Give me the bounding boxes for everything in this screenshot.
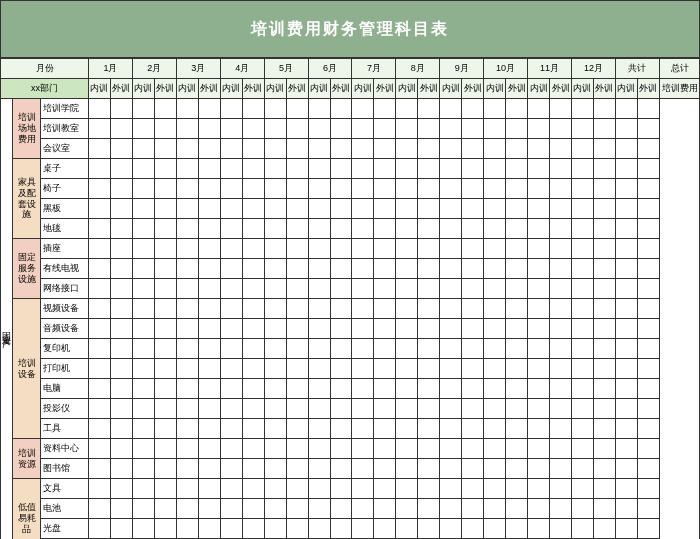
data-cell[interactable] <box>330 99 352 119</box>
data-cell[interactable] <box>198 199 220 219</box>
data-cell[interactable] <box>330 379 352 399</box>
data-cell[interactable] <box>615 399 637 419</box>
data-cell[interactable] <box>418 399 440 419</box>
data-cell[interactable] <box>440 99 462 119</box>
data-cell[interactable] <box>352 279 374 299</box>
data-cell[interactable] <box>132 99 154 119</box>
data-cell[interactable] <box>89 119 111 139</box>
data-cell[interactable] <box>308 299 330 319</box>
data-cell[interactable] <box>352 119 374 139</box>
data-cell[interactable] <box>132 499 154 519</box>
data-cell[interactable] <box>528 479 550 499</box>
data-cell[interactable] <box>506 379 528 399</box>
data-cell[interactable] <box>396 519 418 539</box>
data-cell[interactable] <box>440 439 462 459</box>
data-cell[interactable] <box>242 99 264 119</box>
data-cell[interactable] <box>462 339 484 359</box>
data-cell[interactable] <box>154 99 176 119</box>
data-cell[interactable] <box>374 259 396 279</box>
data-cell[interactable] <box>89 439 111 459</box>
data-cell[interactable] <box>528 139 550 159</box>
data-cell[interactable] <box>506 159 528 179</box>
data-cell[interactable] <box>132 179 154 199</box>
data-cell[interactable] <box>637 139 659 159</box>
data-cell[interactable] <box>550 459 572 479</box>
data-cell[interactable] <box>418 259 440 279</box>
data-cell[interactable] <box>484 339 506 359</box>
data-cell[interactable] <box>132 379 154 399</box>
data-cell[interactable] <box>550 419 572 439</box>
data-cell[interactable] <box>550 399 572 419</box>
data-cell[interactable] <box>264 319 286 339</box>
data-cell[interactable] <box>593 199 615 219</box>
data-cell[interactable] <box>132 399 154 419</box>
data-cell[interactable] <box>286 379 308 399</box>
data-cell[interactable] <box>220 359 242 379</box>
data-cell[interactable] <box>198 399 220 419</box>
data-cell[interactable] <box>550 139 572 159</box>
data-cell[interactable] <box>528 99 550 119</box>
data-cell[interactable] <box>440 259 462 279</box>
data-cell[interactable] <box>484 399 506 419</box>
data-cell[interactable] <box>330 439 352 459</box>
data-cell[interactable] <box>220 479 242 499</box>
data-cell[interactable] <box>154 379 176 399</box>
data-cell[interactable] <box>176 279 198 299</box>
data-cell[interactable] <box>571 119 593 139</box>
data-cell[interactable] <box>462 139 484 159</box>
data-cell[interactable] <box>110 519 132 539</box>
data-cell[interactable] <box>154 299 176 319</box>
data-cell[interactable] <box>440 399 462 419</box>
data-cell[interactable] <box>176 119 198 139</box>
data-cell[interactable] <box>484 259 506 279</box>
data-cell[interactable] <box>440 279 462 299</box>
data-cell[interactable] <box>462 119 484 139</box>
data-cell[interactable] <box>176 159 198 179</box>
data-cell[interactable] <box>89 139 111 159</box>
data-cell[interactable] <box>484 139 506 159</box>
data-cell[interactable] <box>637 359 659 379</box>
data-cell[interactable] <box>242 259 264 279</box>
data-cell[interactable] <box>89 299 111 319</box>
data-cell[interactable] <box>396 339 418 359</box>
data-cell[interactable] <box>220 99 242 119</box>
data-cell[interactable] <box>374 499 396 519</box>
data-cell[interactable] <box>242 359 264 379</box>
data-cell[interactable] <box>462 499 484 519</box>
data-cell[interactable] <box>308 239 330 259</box>
data-cell[interactable] <box>264 379 286 399</box>
data-cell[interactable] <box>462 179 484 199</box>
data-cell[interactable] <box>330 339 352 359</box>
data-cell[interactable] <box>418 339 440 359</box>
data-cell[interactable] <box>637 279 659 299</box>
data-cell[interactable] <box>352 259 374 279</box>
data-cell[interactable] <box>308 199 330 219</box>
data-cell[interactable] <box>528 119 550 139</box>
data-cell[interactable] <box>528 199 550 219</box>
data-cell[interactable] <box>615 419 637 439</box>
data-cell[interactable] <box>396 279 418 299</box>
data-cell[interactable] <box>242 419 264 439</box>
data-cell[interactable] <box>528 419 550 439</box>
data-cell[interactable] <box>330 359 352 379</box>
data-cell[interactable] <box>528 399 550 419</box>
data-cell[interactable] <box>462 299 484 319</box>
data-cell[interactable] <box>396 239 418 259</box>
data-cell[interactable] <box>330 239 352 259</box>
data-cell[interactable] <box>176 99 198 119</box>
data-cell[interactable] <box>242 239 264 259</box>
data-cell[interactable] <box>110 119 132 139</box>
data-cell[interactable] <box>352 339 374 359</box>
data-cell[interactable] <box>528 339 550 359</box>
data-cell[interactable] <box>264 279 286 299</box>
data-cell[interactable] <box>593 479 615 499</box>
data-cell[interactable] <box>264 459 286 479</box>
data-cell[interactable] <box>506 99 528 119</box>
data-cell[interactable] <box>374 139 396 159</box>
data-cell[interactable] <box>242 219 264 239</box>
data-cell[interactable] <box>198 179 220 199</box>
data-cell[interactable] <box>330 119 352 139</box>
data-cell[interactable] <box>89 419 111 439</box>
data-cell[interactable] <box>264 219 286 239</box>
data-cell[interactable] <box>506 519 528 539</box>
